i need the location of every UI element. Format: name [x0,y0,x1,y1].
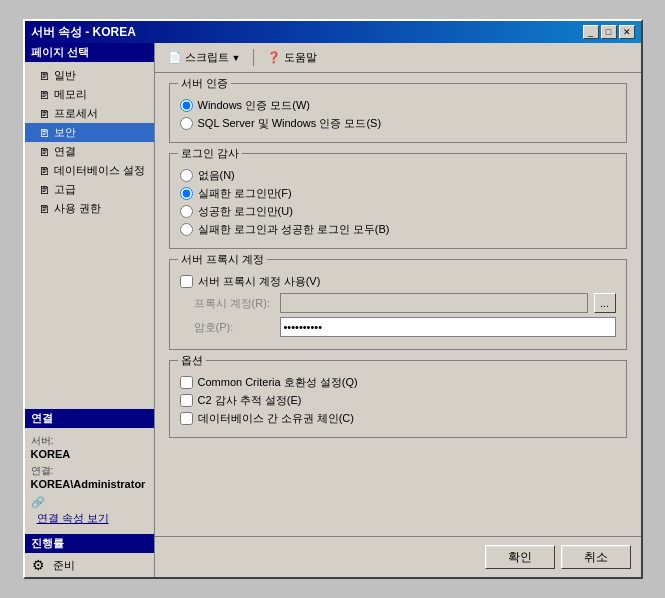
proxy-account-row: 프록시 계정(R): ... [194,293,616,313]
page-icon-connection: 🖹 [39,146,50,158]
option-c2-audit[interactable]: C2 감사 추적 설정(E) [180,393,616,408]
proxy-account-label: 프록시 계정(R): [194,296,274,311]
auth-option-sql[interactable]: SQL Server 및 Windows 인증 모드(S) [180,116,616,131]
script-button[interactable]: 📄 스크립트 ▼ [161,47,248,68]
connection-info: 서버: KOREA 연결: KOREA\Administrator 🔗 연결 속… [25,428,154,534]
audit-none[interactable]: 없음(N) [180,168,616,183]
title-bar-buttons: _ □ ✕ [583,25,635,39]
proxy-enable-checkbox-item[interactable]: 서버 프록시 계정 사용(V) [180,274,616,289]
login-audit-section: 로그인 감사 없음(N) 실패한 로그인만(F) 성공한 로그인만(U) [169,153,627,249]
proxy-password-row: 암호(P): [194,317,616,337]
page-icon-permissions: 🖹 [39,203,50,215]
maximize-button[interactable]: □ [601,25,617,39]
options-title: 옵션 [178,353,206,368]
login-audit-title: 로그인 감사 [178,146,242,161]
script-icon: 📄 [168,51,182,64]
proxy-password-label: 암호(P): [194,320,274,335]
progress-status-item: ⚙ 준비 [25,553,154,577]
page-icon-advanced: 🖹 [39,184,50,196]
auth-radio-windows[interactable] [180,99,193,112]
main-content: 📄 스크립트 ▼ ❓ 도움말 서버 인증 [155,43,641,577]
view-link-wrapper: 🔗 연결 속성 보기 [31,496,148,528]
progress-header: 진행률 [25,534,154,553]
cancel-button[interactable]: 취소 [561,545,631,569]
sidebar-item-permissions[interactable]: 🖹 사용 권한 [25,199,154,218]
main-window: 서버 속성 - KOREA _ □ ✕ 페이지 선택 🖹 일반 🖹 메모리 🖹 [23,19,643,579]
sidebar-item-advanced[interactable]: 🖹 고급 [25,180,154,199]
server-value: KOREA [31,448,148,460]
server-auth-title: 서버 인증 [178,76,231,91]
sidebar-item-processor[interactable]: 🖹 프로세서 [25,104,154,123]
server-label: 서버: [31,434,148,448]
connection-value: KOREA\Administrator [31,478,148,490]
help-button[interactable]: ❓ 도움말 [260,47,324,68]
server-auth-section: 서버 인증 Windows 인증 모드(W) SQL Server 및 Wind… [169,83,627,143]
sidebar-nav: 🖹 일반 🖹 메모리 🖹 프로세서 🖹 보안 🖹 연결 [25,62,154,222]
auth-radio-group: Windows 인증 모드(W) SQL Server 및 Windows 인증… [180,98,616,131]
page-icon-security: 🖹 [39,127,50,139]
window-body: 페이지 선택 🖹 일반 🖹 메모리 🖹 프로세서 🖹 보안 [25,43,641,577]
proxy-account-input[interactable] [280,293,588,313]
toolbar: 📄 스크립트 ▼ ❓ 도움말 [155,43,641,73]
audit-radio-group: 없음(N) 실패한 로그인만(F) 성공한 로그인만(U) 실패한 로 [180,168,616,237]
audit-radio-success[interactable] [180,205,193,218]
toolbar-separator [253,49,254,66]
audit-failed[interactable]: 실패한 로그인만(F) [180,186,616,201]
proxy-password-input[interactable] [280,317,616,337]
gear-icon: ⚙ [31,557,47,573]
proxy-section: 서버 프록시 계정 서버 프록시 계정 사용(V) 프록시 계정(R): ... [169,259,627,350]
audit-radio-none[interactable] [180,169,193,182]
ok-button[interactable]: 확인 [485,545,555,569]
options-content: Common Criteria 호환성 설정(Q) C2 감사 추적 설정(E)… [180,375,616,426]
auth-option-windows[interactable]: Windows 인증 모드(W) [180,98,616,113]
proxy-content: 서버 프록시 계정 사용(V) 프록시 계정(R): ... 암호(P): [180,274,616,337]
option-cross-db-checkbox[interactable] [180,412,193,425]
sidebar-item-connection[interactable]: 🖹 연결 [25,142,154,161]
proxy-enable-checkbox[interactable] [180,275,193,288]
content-area: 서버 인증 Windows 인증 모드(W) SQL Server 및 Wind… [155,73,641,536]
sidebar: 페이지 선택 🖹 일반 🖹 메모리 🖹 프로세서 🖹 보안 [25,43,155,577]
page-icon-memory: 🖹 [39,89,50,101]
sidebar-item-memory[interactable]: 🖹 메모리 [25,85,154,104]
link-icon: 🔗 [31,496,45,508]
audit-success[interactable]: 성공한 로그인만(U) [180,204,616,219]
window-title: 서버 속성 - KOREA [31,24,136,41]
page-icon-general: 🖹 [39,70,50,82]
audit-radio-both[interactable] [180,223,193,236]
options-section: 옵션 Common Criteria 호환성 설정(Q) C2 감사 추적 설정… [169,360,627,438]
progress-status: 준비 [53,558,75,573]
page-icon-db-settings: 🖹 [39,165,50,177]
close-button[interactable]: ✕ [619,25,635,39]
connection-label: 연결: [31,464,148,478]
sidebar-item-database-settings[interactable]: 🖹 데이터베이스 설정 [25,161,154,180]
proxy-browse-button[interactable]: ... [594,293,616,313]
page-icon-processor: 🖹 [39,108,50,120]
option-cross-db[interactable]: 데이터베이스 간 소유권 체인(C) [180,411,616,426]
view-connection-link[interactable]: 연결 속성 보기 [31,509,148,528]
connection-info-header: 연결 [25,409,154,428]
sidebar-item-security[interactable]: 🖹 보안 [25,123,154,142]
pages-header: 페이지 선택 [25,43,154,62]
audit-both[interactable]: 실패한 로그인과 성공한 로그인 모두(B) [180,222,616,237]
auth-radio-sql[interactable] [180,117,193,130]
minimize-button[interactable]: _ [583,25,599,39]
title-bar: 서버 속성 - KOREA _ □ ✕ [25,21,641,43]
option-common-criteria-checkbox[interactable] [180,376,193,389]
dropdown-arrow: ▼ [232,53,241,63]
audit-radio-failed[interactable] [180,187,193,200]
option-common-criteria[interactable]: Common Criteria 호환성 설정(Q) [180,375,616,390]
option-c2-audit-checkbox[interactable] [180,394,193,407]
proxy-title: 서버 프록시 계정 [178,252,267,267]
bottom-bar: 확인 취소 [155,536,641,577]
sidebar-item-general[interactable]: 🖹 일반 [25,66,154,85]
help-icon: ❓ [267,51,281,64]
connection-label-wrapper: 연결: KOREA\Administrator [31,464,148,490]
